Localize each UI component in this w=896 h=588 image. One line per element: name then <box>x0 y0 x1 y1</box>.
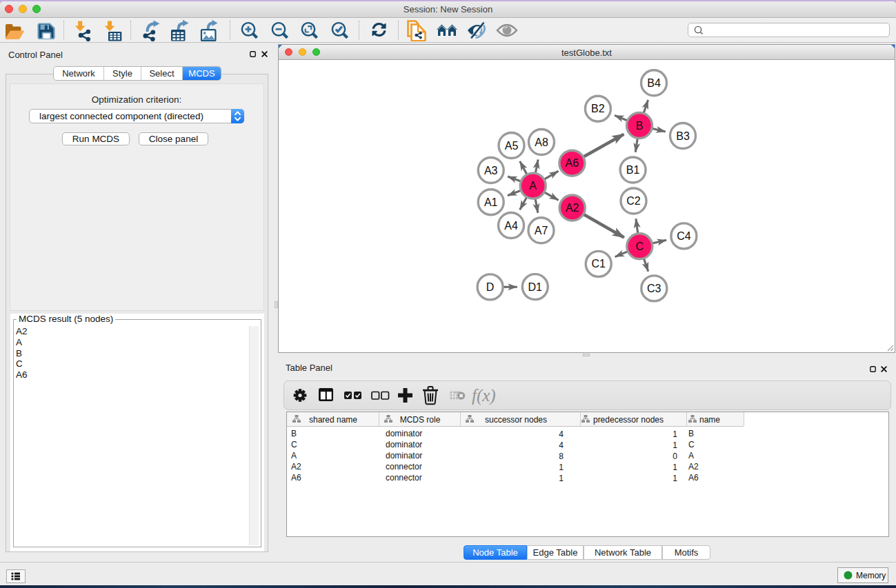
svg-text:connector: connector <box>386 473 422 483</box>
svg-text:C: C <box>291 440 297 449</box>
svg-text:A5: A5 <box>505 140 519 152</box>
svg-text:dominator: dominator <box>386 451 422 460</box>
svg-text:A6: A6 <box>566 157 579 169</box>
svg-text:0: 0 <box>673 452 677 461</box>
svg-text:B2: B2 <box>591 103 605 114</box>
svg-text:C4: C4 <box>677 230 691 242</box>
svg-text:4: 4 <box>559 429 564 439</box>
svg-text:B4: B4 <box>647 77 661 89</box>
svg-text:B: B <box>636 120 644 132</box>
svg-text:C2: C2 <box>626 195 641 207</box>
svg-text:A7: A7 <box>535 225 548 236</box>
svg-text:1: 1 <box>673 474 677 483</box>
svg-text:A8: A8 <box>535 136 548 148</box>
svg-text:B3: B3 <box>676 130 690 142</box>
svg-text:1: 1 <box>673 440 677 450</box>
svg-text:1: 1 <box>673 429 677 439</box>
svg-text:8: 8 <box>559 452 564 461</box>
svg-text:shared name: shared name <box>309 415 357 425</box>
svg-text:dominator: dominator <box>386 429 422 438</box>
svg-text:D1: D1 <box>528 281 543 293</box>
svg-text:f(x): f(x) <box>472 386 496 405</box>
svg-text:connector: connector <box>386 462 422 472</box>
svg-text:A: A <box>688 451 694 460</box>
svg-text:C: C <box>688 440 695 449</box>
svg-text:A3: A3 <box>484 165 498 176</box>
svg-text:A2: A2 <box>291 462 301 472</box>
svg-text:B: B <box>291 429 297 438</box>
svg-text:A1: A1 <box>484 196 498 208</box>
svg-text:D: D <box>486 281 495 293</box>
svg-text:4: 4 <box>559 440 564 450</box>
svg-text:B1: B1 <box>626 164 640 176</box>
svg-text:A: A <box>529 180 537 192</box>
svg-text:A2: A2 <box>566 202 579 214</box>
svg-text:name: name <box>699 415 720 425</box>
svg-text:1: 1 <box>559 474 564 483</box>
svg-text:C: C <box>636 241 644 252</box>
svg-text:A6: A6 <box>291 473 301 483</box>
svg-text:A4: A4 <box>504 220 518 232</box>
svg-text:C1: C1 <box>591 258 606 270</box>
svg-text:A6: A6 <box>688 473 699 483</box>
svg-text:A: A <box>291 451 297 460</box>
svg-text:C3: C3 <box>647 283 661 294</box>
svg-text:dominator: dominator <box>386 440 422 449</box>
svg-text:1: 1 <box>673 463 677 472</box>
svg-text:predecessor nodes: predecessor nodes <box>593 415 664 425</box>
svg-text:successor nodes: successor nodes <box>485 415 547 425</box>
svg-text:A2: A2 <box>688 462 699 472</box>
svg-text:1: 1 <box>559 463 564 472</box>
svg-text:B: B <box>688 429 694 438</box>
svg-text:MCDS role: MCDS role <box>400 415 441 425</box>
